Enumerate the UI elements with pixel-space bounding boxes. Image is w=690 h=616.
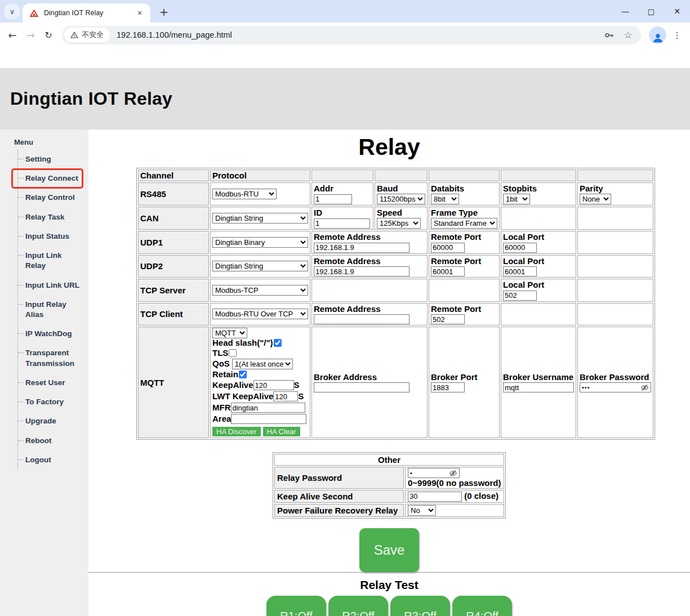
page-content: Dingtian IOT Relay Menu Setting Relay Co…	[0, 47, 690, 616]
udp2-remote-address-input[interactable]	[314, 266, 409, 276]
sidebar-item-upgrade[interactable]: Upgrade	[18, 412, 81, 431]
can-speed-select[interactable]: 125Kbps	[377, 218, 421, 229]
mqtt-retain-checkbox[interactable]	[239, 371, 247, 378]
mqtt-broker-port-input[interactable]	[431, 382, 465, 392]
tcp-server-label: TCP Server	[138, 279, 209, 302]
rs485-stopbits-select[interactable]: 1bit	[503, 194, 530, 204]
can-frame-type-select[interactable]: Standard Frame	[431, 218, 497, 229]
udp1-remote-port-input[interactable]	[431, 243, 465, 253]
table-header-row: Channel Protocol	[138, 169, 653, 181]
sidebar-item-ip-watchdog[interactable]: IP WatchDog	[18, 324, 81, 343]
rs485-addr-input[interactable]	[314, 194, 352, 204]
sidebar-item-relay-connect[interactable]: Relay Connect	[18, 169, 81, 188]
minimize-button[interactable]: —	[612, 0, 638, 23]
udp2-row: UDP2 Dingtian String Remote Address Remo…	[138, 255, 653, 278]
rs485-databits-select[interactable]: 8bit	[431, 194, 459, 204]
sidebar-item-transparent-transmission[interactable]: Transparent Transmission	[18, 343, 81, 373]
tab-search-button[interactable]: ∨	[5, 4, 20, 19]
udp1-remote-address-input[interactable]	[314, 243, 409, 253]
refresh-button[interactable]: ↻	[39, 26, 57, 44]
mqtt-broker-password-input[interactable]: •••	[580, 382, 651, 392]
security-label: 不安全	[82, 30, 104, 40]
mqtt-broker-username-input[interactable]	[503, 382, 574, 392]
mqtt-qos-select[interactable]: 1(At least once)	[232, 359, 293, 369]
bookmark-star-icon[interactable]: ☆	[622, 29, 634, 41]
rs485-protocol-select[interactable]: Modbus-RTU	[212, 189, 277, 199]
mqtt-label: MQTT	[138, 327, 209, 438]
save-button[interactable]: Save	[359, 528, 419, 572]
address-bar[interactable]: 不安全 192.168.1.100/menu_page.html ☆	[62, 26, 641, 44]
tcp-server-local-port-input[interactable]	[503, 291, 537, 301]
mqtt-protocol-select[interactable]: MQTT	[212, 328, 247, 338]
rs485-parity-select[interactable]: None	[580, 194, 611, 204]
udp2-local-port-input[interactable]	[503, 266, 537, 276]
divider	[88, 572, 690, 573]
relay-1-toggle-button[interactable]: R1:Off	[266, 596, 326, 616]
tab-close-icon[interactable]: ✕	[135, 8, 145, 18]
keep-alive-input[interactable]	[408, 492, 462, 502]
page-title: Relay	[88, 134, 690, 160]
mqtt-mfr-input[interactable]	[231, 403, 305, 413]
udp2-protocol-select[interactable]: Dingtian String	[212, 261, 308, 271]
udp2-remote-port-input[interactable]	[431, 266, 465, 276]
sidebar-item-relay-task[interactable]: Relay Task	[18, 208, 81, 227]
mqtt-lwt-keepalive-input[interactable]	[273, 391, 298, 401]
profile-avatar[interactable]	[649, 26, 666, 44]
tcp-client-remote-port-input[interactable]	[431, 314, 465, 324]
password-key-icon[interactable]	[603, 29, 615, 41]
sidebar-item-input-status[interactable]: Input Status	[18, 227, 81, 246]
close-window-button[interactable]: ✕	[664, 0, 690, 23]
url-text: 192.168.1.100/menu_page.html	[117, 30, 232, 39]
other-settings-table: Other Relay Password •	[273, 452, 506, 519]
eye-off-icon[interactable]	[640, 383, 649, 392]
sidebar-item-to-factory[interactable]: To Factory	[18, 392, 81, 412]
tab-title: Dingtian IOT Relay	[44, 9, 135, 17]
back-button[interactable]: ←	[3, 26, 21, 44]
sidebar-item-input-link-url[interactable]: Input Link URL	[18, 276, 81, 295]
main-panel: Relay Channel Protocol RS485 Modbus-RTU	[88, 130, 690, 616]
relay-password-input[interactable]: •	[408, 468, 460, 478]
sidebar-item-input-link-relay[interactable]: Input Link Relay	[18, 246, 81, 275]
mqtt-tls-checkbox[interactable]	[229, 349, 237, 357]
relay-2-toggle-button[interactable]: R2:Off	[328, 596, 388, 616]
dingtian-logo-icon	[29, 8, 39, 18]
power-failure-select[interactable]: No	[408, 505, 436, 516]
security-chip[interactable]: 不安全	[64, 28, 110, 42]
udp1-protocol-select[interactable]: Dingtian Binary	[212, 237, 308, 248]
relay-test-title: Relay Test	[88, 578, 690, 592]
browser-menu-icon[interactable]: ⋮	[670, 28, 684, 42]
sidebar-menu: Menu Setting Relay Connect Relay Control…	[0, 130, 88, 616]
relay-4-toggle-button[interactable]: R4:Off	[452, 596, 512, 616]
mqtt-keepalive-input[interactable]	[253, 380, 294, 390]
relay-3-toggle-button[interactable]: R3:Off	[390, 596, 450, 616]
new-tab-button[interactable]: +	[157, 5, 171, 19]
sidebar-item-relay-control[interactable]: Relay Control	[18, 188, 81, 207]
browser-tab[interactable]: Dingtian IOT Relay ✕	[23, 3, 150, 23]
mqtt-broker-address-input[interactable]	[314, 382, 409, 392]
udp1-local-port-input[interactable]	[503, 243, 537, 253]
sidebar-item-input-relay-alias[interactable]: Input Relay Alias	[18, 295, 81, 324]
relay-password-row: Relay Password • 0~9999(0 no passwor	[274, 467, 504, 489]
ha-clear-button[interactable]: HA Clear	[263, 427, 300, 436]
can-protocol-select[interactable]: Dingtian String	[212, 213, 308, 224]
tcp-client-label: TCP Client	[138, 303, 209, 326]
sidebar-item-setting[interactable]: Setting	[18, 150, 81, 169]
maximize-button[interactable]: □	[638, 0, 664, 23]
sidebar-item-reset-user[interactable]: Reset User	[18, 373, 81, 392]
browser-window: ∨ Dingtian IOT Relay ✕ + — □ ✕ ← → ↻	[0, 0, 690, 616]
sidebar-item-logout[interactable]: Logout	[18, 450, 81, 470]
mqtt-area-input[interactable]	[231, 414, 306, 424]
tcp-client-protocol-select[interactable]: Modbus-RTU Over TCP	[212, 309, 308, 319]
eye-off-icon[interactable]	[449, 469, 457, 477]
col-header-protocol: Protocol	[210, 169, 310, 181]
forward-button[interactable]: →	[21, 26, 39, 44]
ha-discover-button[interactable]: HA Discover	[212, 427, 261, 436]
can-id-input[interactable]	[314, 218, 370, 229]
tcp-client-remote-address-input[interactable]	[314, 314, 409, 324]
rs485-baud-select[interactable]: 115200bps	[377, 194, 425, 204]
tcp-server-protocol-select[interactable]: Modbus-TCP	[212, 285, 308, 296]
rs485-label: RS485	[138, 182, 209, 206]
mqtt-head-slash-checkbox[interactable]	[274, 339, 282, 347]
window-controls: — □ ✕	[612, 0, 690, 23]
sidebar-item-reboot[interactable]: Reboot	[18, 431, 81, 450]
